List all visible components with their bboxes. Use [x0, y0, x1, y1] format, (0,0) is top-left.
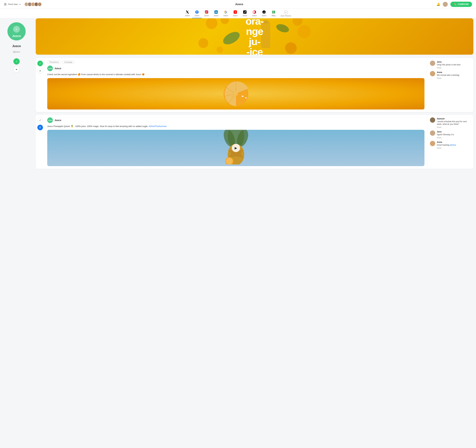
- brand-name: Jusco: [12, 45, 21, 48]
- post-2-actions: ✓: [36, 115, 45, 169]
- comment-text-samuel: I would schedule this post for next week…: [437, 120, 471, 126]
- post-2-fb-button[interactable]: [37, 125, 43, 130]
- add-pages-button[interactable]: + ADD PAGES: [278, 9, 294, 18]
- tab-blog-label: Blog: [272, 15, 275, 17]
- comment-body-anne-2: Anne Great hashtag @Jess Reply: [437, 141, 471, 149]
- reply-link-jess-2[interactable]: Reply: [437, 137, 471, 139]
- tab-tiktok[interactable]: Jusco: [240, 9, 250, 18]
- reply-link-samuel[interactable]: Reply: [437, 126, 471, 128]
- post-2-avatar: Jusco: [47, 118, 53, 123]
- post-card-1-layout: ✓ ➤ Photoshoot Campaign Jusco: [36, 58, 473, 112]
- post-card-2-layout: ✓ Jusco Jusco Jusco Pineapple Queen 🍍 - …: [36, 115, 473, 169]
- comment-jess-1: Jess Omg! this photo is the best Reply: [430, 61, 471, 69]
- post-card-2: ✓ Jusco Jusco Jusco Pineapple Queen 🍍 - …: [36, 115, 473, 169]
- comment-avatar-anne-2: [430, 141, 435, 146]
- topbar-right-actions: 🔔 ✏️ COMPOSE: [436, 2, 472, 7]
- svg-text:Jusco: Jusco: [48, 68, 52, 69]
- tab-instagram-label: Jusco: [204, 15, 209, 17]
- comment-anne-1: Anne We should add a hashtag Reply: [430, 71, 471, 79]
- tab-instagram[interactable]: Jusco: [202, 9, 211, 18]
- svg-rect-15: [273, 11, 274, 11]
- play-button[interactable]: ▶: [232, 144, 240, 152]
- instagram-icon: [205, 10, 208, 14]
- tab-twitter-label: Jusco: [185, 15, 190, 17]
- svg-rect-2: [4, 5, 6, 5]
- tab-google[interactable]: Jusco: [221, 9, 231, 18]
- post-1-avatar: Jusco: [47, 66, 53, 71]
- tab-pinterest[interactable]: Jusco: [250, 9, 259, 18]
- comment-samuel: Samuel I would schedule this post for ne…: [430, 118, 471, 128]
- user-profile-avatar[interactable]: [443, 2, 448, 7]
- commenter-name-anne-2: Anne: [437, 141, 471, 143]
- svg-rect-4: [205, 10, 208, 14]
- pinterest-icon: [253, 10, 256, 14]
- send-action-button[interactable]: ➤: [13, 66, 20, 73]
- notifications-bell-icon[interactable]: 🔔: [436, 2, 440, 6]
- post-2-comments: Samuel I would schedule this post for ne…: [427, 115, 473, 169]
- post-1-text: Check out the secret ingredient 🍊 From c…: [47, 73, 425, 76]
- linkedin-icon: [214, 10, 218, 14]
- hero-text-line1: ora-: [245, 18, 264, 26]
- commenter-name-jess-2: Jess: [437, 130, 471, 133]
- comment-body-jess-1: Jess Omg! this photo is the best Reply: [437, 61, 471, 69]
- svg-point-6: [207, 11, 207, 11]
- svg-rect-10: [243, 10, 247, 14]
- comment-avatar-jess-2: [430, 130, 435, 136]
- post-2-image: ▶: [47, 130, 425, 166]
- tab-youtube[interactable]: Jusco: [231, 9, 240, 18]
- reply-link-anne-1[interactable]: Reply: [437, 77, 471, 79]
- feed-view-label: Feed view: [8, 3, 18, 6]
- svg-point-44: [242, 96, 244, 97]
- tab-google-label: Jusco: [223, 15, 228, 17]
- app-title: Jusco: [235, 3, 243, 6]
- tab-facebook[interactable]: Jusco: [192, 9, 202, 18]
- post-1-send-button[interactable]: ➤: [37, 68, 43, 73]
- tab-threads-label: Jusco: [261, 15, 266, 17]
- post-2-main: Jusco Jusco Jusco Pineapple Queen 🍍 - 10…: [45, 115, 427, 169]
- hero-text-line2: nge: [245, 26, 264, 36]
- blog-icon: [272, 10, 275, 14]
- tab-linkedin[interactable]: Jusco: [211, 9, 221, 18]
- comment-jess-2: Jess Agree! Monday it is. Reply: [430, 130, 471, 139]
- post-1-author: Jusco: [55, 67, 61, 70]
- post-2-approve-button[interactable]: ✓: [37, 118, 43, 123]
- brand-logo: Jusco: [7, 22, 26, 40]
- svg-point-33: [221, 29, 242, 47]
- comment-body-anne-1: Anne We should add a hashtag Reply: [437, 71, 471, 79]
- svg-rect-1: [4, 4, 6, 5]
- commenter-name-anne-1: Anne: [437, 71, 471, 73]
- pineapple-video-image: ▶: [47, 130, 425, 166]
- tab-blog[interactable]: Blog: [269, 9, 278, 18]
- compose-button[interactable]: ✏️ COMPOSE: [450, 2, 472, 7]
- svg-point-54: [226, 158, 233, 164]
- orange-slice-svg: [221, 79, 251, 109]
- tab-linkedin-label: Jusco: [214, 15, 218, 17]
- tag-campaign[interactable]: Campaign: [62, 61, 75, 64]
- sidebar-actions: ✓ ➤: [13, 58, 20, 73]
- google-icon: [224, 10, 227, 14]
- team-avatar-5: [38, 2, 42, 6]
- content-area: ora- nge ju- -ice ✓ ➤: [33, 18, 476, 448]
- approve-action-button[interactable]: ✓: [13, 58, 20, 65]
- facebook-small-icon: [39, 126, 41, 129]
- feed-view-toggle[interactable]: Feed view: [4, 2, 42, 6]
- svg-point-25: [221, 18, 229, 24]
- check-icon: ✓: [16, 60, 18, 63]
- reply-link-jess-1[interactable]: Reply: [437, 67, 471, 69]
- orange-slice-image: [47, 78, 425, 109]
- send-icon: ➤: [39, 69, 41, 72]
- tab-youtube-label: Jusco: [233, 15, 238, 17]
- tag-photoshoot[interactable]: Photoshoot: [47, 61, 61, 64]
- reply-link-anne-2[interactable]: Reply: [437, 147, 471, 149]
- post-1-approve-button[interactable]: ✓: [37, 61, 43, 66]
- post-1-header: Jusco Jusco: [47, 66, 425, 71]
- mention-jess: @Jess: [450, 144, 456, 146]
- tab-facebook-label: Jusco: [194, 15, 199, 17]
- commenter-name-samuel: Samuel: [437, 118, 471, 120]
- threads-icon: @: [262, 10, 266, 14]
- brand-handle: @jusco: [13, 50, 20, 53]
- tab-threads[interactable]: @ Jusco: [259, 9, 269, 18]
- tab-twitter[interactable]: Jusco: [182, 9, 192, 18]
- pencil-icon: ✏️: [454, 3, 457, 6]
- svg-point-24: [206, 18, 217, 29]
